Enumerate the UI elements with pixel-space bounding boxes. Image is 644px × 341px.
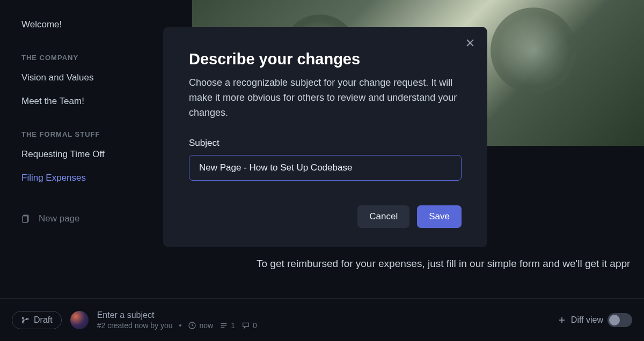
cancel-button[interactable]: Cancel: [357, 205, 409, 228]
branch-icon: [21, 316, 30, 324]
modal-title: Describe your changes: [189, 50, 462, 68]
files-meta: 1: [219, 321, 235, 330]
footer: Draft Enter a subject #2 created now by …: [0, 298, 644, 341]
footer-right: Diff view: [557, 313, 632, 327]
avatar[interactable]: [70, 311, 89, 329]
modal-overlay: Describe your changes Choose a recogniza…: [0, 0, 644, 298]
svg-point-4: [22, 317, 24, 318]
diff-view-label: Diff view: [571, 315, 603, 325]
time-label: now: [199, 321, 213, 330]
svg-point-6: [26, 318, 28, 320]
close-button[interactable]: [465, 38, 475, 48]
created-text: #2 created now by you: [97, 321, 173, 330]
plus-icon: [557, 315, 567, 325]
close-icon: [465, 38, 475, 48]
files-count: 1: [231, 321, 235, 330]
diff-view-control: Diff view: [557, 313, 632, 327]
modal-dialog: Describe your changes Choose a recogniza…: [163, 27, 487, 247]
draft-badge[interactable]: Draft: [12, 311, 62, 329]
footer-meta: #2 created now by you • now 1: [97, 321, 257, 330]
save-button[interactable]: Save: [417, 205, 462, 228]
diff-view-toggle[interactable]: [608, 313, 632, 327]
comment-icon: [241, 321, 250, 330]
svg-point-5: [22, 321, 24, 323]
comments-count: 0: [253, 321, 257, 330]
clock-icon: [188, 321, 196, 330]
files-icon: [219, 321, 228, 330]
comments-meta: 0: [241, 321, 257, 330]
footer-subject-placeholder[interactable]: Enter a subject: [97, 310, 257, 320]
separator-dot: •: [179, 321, 182, 330]
draft-label: Draft: [34, 315, 53, 325]
subject-label: Subject: [189, 138, 462, 149]
time-meta: now: [188, 321, 213, 330]
footer-left: Draft Enter a subject #2 created now by …: [12, 310, 257, 330]
modal-buttons: Cancel Save: [189, 205, 462, 228]
footer-info: Enter a subject #2 created now by you • …: [97, 310, 257, 330]
modal-description: Choose a recognizable subject for your c…: [189, 76, 462, 121]
subject-input[interactable]: [189, 155, 462, 181]
